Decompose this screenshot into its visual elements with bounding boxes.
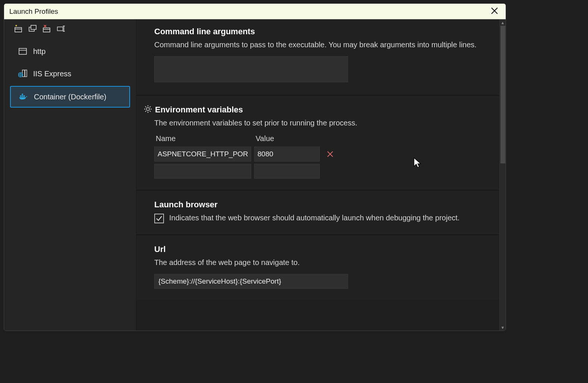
section-title: Environment variables xyxy=(155,105,243,115)
new-profile-icon xyxy=(15,25,23,32)
scrollbar-vertical[interactable]: ▲ ▼ xyxy=(499,19,506,331)
scrollbar-track[interactable] xyxy=(500,26,506,324)
close-icon xyxy=(491,7,498,15)
svg-rect-10 xyxy=(19,48,26,54)
iis-icon xyxy=(18,69,27,78)
svg-rect-19 xyxy=(22,94,23,95)
scroll-up-button[interactable]: ▲ xyxy=(500,19,506,26)
svg-line-26 xyxy=(150,111,151,112)
section-title: Url xyxy=(154,245,166,254)
profiles-list: http IIS Express xyxy=(4,37,136,112)
section-title: Launch browser xyxy=(154,200,218,210)
section-launch-browser: Launch browser Indicates that the web br… xyxy=(136,191,499,235)
content-area: Command line arguments Command line argu… xyxy=(136,19,506,331)
duplicate-profile-button[interactable] xyxy=(29,25,37,33)
delete-profile-button[interactable] xyxy=(43,25,51,33)
sidebar-toolbar xyxy=(4,19,136,37)
close-button[interactable] xyxy=(489,6,500,17)
env-value-input-empty[interactable] xyxy=(254,164,320,179)
env-name-input-empty[interactable] xyxy=(154,164,251,179)
sidebar-item-container-dockerfile[interactable]: Container (Dockerfile) xyxy=(10,86,130,108)
duplicate-profile-icon xyxy=(29,25,37,32)
env-header-value: Value xyxy=(254,134,320,144)
svg-rect-0 xyxy=(15,28,22,32)
section-url: Url The address of the web page to navig… xyxy=(136,236,499,300)
launch-browser-desc: Indicates that the web browser should au… xyxy=(169,213,459,223)
section-cli-args: Command line arguments Command line argu… xyxy=(136,19,499,95)
sidebar: http IIS Express xyxy=(4,19,136,331)
cli-args-input[interactable] xyxy=(154,56,348,82)
svg-rect-6 xyxy=(57,27,63,31)
dialog-body: http IIS Express xyxy=(4,19,506,331)
sidebar-item-label: http xyxy=(33,47,45,56)
svg-rect-16 xyxy=(20,95,22,97)
delete-profile-icon xyxy=(43,25,51,32)
launch-profiles-dialog: Launch Profiles xyxy=(4,3,506,331)
rename-profile-icon xyxy=(57,25,65,32)
titlebar: Launch Profiles xyxy=(4,4,506,19)
svg-rect-18 xyxy=(23,95,25,97)
launch-browser-checkbox[interactable] xyxy=(154,214,164,223)
sidebar-item-iis-express[interactable]: IIS Express xyxy=(10,64,130,84)
browser-icon xyxy=(18,47,27,56)
scroll-down-button[interactable]: ▼ xyxy=(500,324,506,331)
rename-profile-button[interactable] xyxy=(57,25,65,33)
section-env-vars: Environment variables The environment va… xyxy=(136,96,499,190)
dialog-title: Launch Profiles xyxy=(9,7,58,16)
env-row-delete-button[interactable] xyxy=(323,147,338,162)
svg-line-28 xyxy=(150,106,151,107)
env-table: Name Value xyxy=(154,134,489,179)
env-header-name: Name xyxy=(154,134,251,144)
section-desc: Command line arguments to pass to the ex… xyxy=(154,39,489,50)
svg-rect-17 xyxy=(22,95,23,97)
sidebar-item-label: Container (Dockerfile) xyxy=(34,93,107,101)
gear-icon xyxy=(144,105,152,115)
scrollbar-thumb[interactable] xyxy=(500,26,505,163)
delete-x-icon xyxy=(327,151,333,157)
svg-rect-13 xyxy=(25,70,27,77)
svg-rect-4 xyxy=(43,28,50,32)
section-desc: The environment variables to set prior t… xyxy=(154,118,489,128)
svg-line-27 xyxy=(145,111,146,112)
env-value-input[interactable] xyxy=(254,147,320,162)
sidebar-item-http[interactable]: http xyxy=(10,41,130,61)
section-desc: The address of the web page to navigate … xyxy=(154,257,489,268)
url-input[interactable] xyxy=(154,274,348,289)
docker-icon xyxy=(19,92,28,101)
check-icon xyxy=(156,215,162,222)
svg-rect-3 xyxy=(31,25,36,29)
sidebar-item-label: IIS Express xyxy=(33,70,71,78)
svg-line-25 xyxy=(145,106,146,107)
svg-point-20 xyxy=(146,108,149,111)
section-title: Command line arguments xyxy=(154,27,255,36)
scroll-area: Command line arguments Command line argu… xyxy=(136,19,499,331)
new-profile-button[interactable] xyxy=(15,25,23,33)
env-name-input[interactable] xyxy=(154,147,251,162)
